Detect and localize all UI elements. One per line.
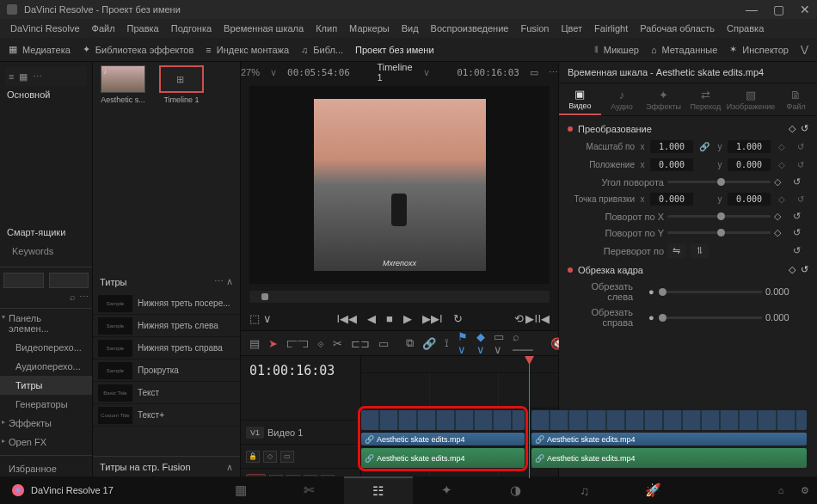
crop-left-input[interactable]: 0.000 bbox=[765, 286, 808, 297]
nav-panel-elements[interactable]: Панель элемен... bbox=[0, 309, 92, 338]
fusion-titles-header[interactable]: Титры на стр. Fusion∧ bbox=[93, 456, 240, 478]
reset-icon[interactable]: ↺ bbox=[793, 227, 808, 238]
page-fusion[interactable]: ✦ bbox=[413, 476, 482, 504]
flag-blue[interactable]: ⚑ ∨ bbox=[458, 330, 468, 356]
title-item[interactable]: SampleНижняя треть справа bbox=[93, 337, 240, 360]
keyframe-icon[interactable]: ◇ bbox=[774, 160, 789, 169]
reset-icon[interactable]: ↺ bbox=[793, 245, 808, 256]
zoom-slider[interactable]: ⌕ ━━━ bbox=[513, 330, 533, 356]
reset-icon[interactable]: ↺ bbox=[793, 176, 808, 187]
keyframe-icon[interactable]: ◇ bbox=[774, 142, 789, 151]
keyframe-icon[interactable]: ◇ bbox=[774, 194, 789, 204]
menu-clip[interactable]: Клип bbox=[310, 22, 342, 35]
viewer-tab[interactable]: Timeline 1 bbox=[377, 62, 412, 83]
keyframe-icon[interactable]: ◇ bbox=[774, 211, 789, 222]
anchor-x-input[interactable]: 0.000 bbox=[650, 193, 693, 206]
filter-icon[interactable]: ⋯ bbox=[79, 292, 89, 303]
overwrite-tool[interactable]: ▭ bbox=[378, 337, 389, 350]
viewer-more-icon[interactable]: ⋯ bbox=[549, 67, 558, 78]
menu-timeline[interactable]: Временная шкала bbox=[218, 22, 309, 35]
timeline-thumb[interactable]: ⊞ Timeline 1 bbox=[157, 65, 206, 104]
viewer-scrubber[interactable] bbox=[249, 291, 550, 303]
menu-fusion[interactable]: Fusion bbox=[515, 22, 554, 35]
out-point-button[interactable]: I◀ bbox=[538, 312, 550, 325]
menu-fairlight[interactable]: Fairlight bbox=[589, 22, 633, 35]
insert-tool[interactable]: ⊏⊐ bbox=[351, 337, 370, 350]
timeline-timecode[interactable]: 01:00:16:03 bbox=[241, 356, 360, 385]
inspector-tab-video[interactable]: ▣Видео bbox=[559, 83, 601, 115]
soundlib-toggle[interactable]: ♫Библ... bbox=[301, 45, 343, 55]
bin-name[interactable]: Основной bbox=[5, 86, 87, 103]
nav-effects[interactable]: Эффекты bbox=[0, 414, 92, 433]
timeline-view-icon[interactable]: ▤ bbox=[249, 337, 260, 350]
options-icon[interactable]: ⋯ bbox=[33, 71, 42, 83]
loop-button[interactable]: ↻ bbox=[453, 312, 463, 325]
rotation-slider[interactable] bbox=[667, 181, 771, 183]
keyframe-icon[interactable]: ◇ bbox=[774, 176, 789, 187]
viewer-canvas[interactable]: Mxrenoxx bbox=[249, 86, 550, 284]
crop-left-slider[interactable] bbox=[659, 291, 762, 293]
lock-icon[interactable]: 🔒 bbox=[246, 451, 260, 463]
viewer-zoom[interactable]: 27% bbox=[241, 67, 260, 77]
list-view-icon[interactable]: ≡ bbox=[9, 71, 14, 82]
blade-tool[interactable]: ✂ bbox=[333, 337, 342, 350]
page-color[interactable]: ◑ bbox=[482, 476, 550, 504]
inspector-tab-image[interactable]: ▧Изображение bbox=[727, 83, 776, 115]
in-point-button[interactable]: ▶I bbox=[525, 312, 538, 325]
video-clip-label[interactable]: 🔗Aesthetic skate edits.mp4 bbox=[361, 433, 525, 446]
flip-h-icon[interactable]: ⇋ bbox=[667, 243, 685, 258]
project-settings-button[interactable]: ⚙ bbox=[793, 485, 817, 496]
menu-playback[interactable]: Воспроизведение bbox=[426, 22, 514, 35]
title-item[interactable]: Basic TitleТекст bbox=[93, 382, 240, 404]
link-icon[interactable]: 🔗 bbox=[697, 142, 712, 151]
menu-color[interactable]: Цвет bbox=[556, 22, 587, 35]
close-button[interactable]: ✕ bbox=[800, 3, 810, 15]
smart-bins-header[interactable]: Смарт-ящики bbox=[5, 224, 87, 241]
nav-generators[interactable]: Генераторы bbox=[0, 395, 92, 414]
next-frame-button[interactable]: ▶▶I bbox=[422, 312, 443, 325]
nav-video-transitions[interactable]: Видеоперехо... bbox=[0, 338, 92, 357]
title-item[interactable]: SampleНижняя треть посере... bbox=[93, 292, 240, 315]
title-item[interactable]: Custom TitleТекст+ bbox=[93, 404, 240, 427]
play-button[interactable]: ▶ bbox=[403, 312, 412, 325]
search-icon[interactable]: ⌕ bbox=[70, 292, 76, 303]
scale-y-input[interactable]: 1.000 bbox=[728, 140, 771, 153]
link-toggle[interactable]: 🔗 bbox=[422, 337, 436, 350]
project-manager-button[interactable]: ⌂ bbox=[769, 485, 793, 495]
inspector-tab-transition[interactable]: ⇄Переход bbox=[685, 83, 727, 115]
editindex-toggle[interactable]: ≡Индекс монтажа bbox=[206, 45, 289, 55]
playhead[interactable] bbox=[529, 356, 530, 478]
reset-icon[interactable]: ↺ bbox=[793, 160, 808, 169]
rotx-slider[interactable] bbox=[667, 215, 771, 218]
page-fairlight[interactable]: ♫ bbox=[550, 476, 619, 504]
inspector-tab-audio[interactable]: ♪Аудио bbox=[601, 83, 643, 115]
keyframe-icon[interactable]: ◇ bbox=[774, 227, 789, 238]
video-clip-label[interactable]: 🔗Aesthetic skate edits.mp4 bbox=[531, 433, 807, 446]
inspector-tab-file[interactable]: 🗎Файл bbox=[775, 83, 817, 115]
viewer-opts-icon[interactable]: ▭ bbox=[530, 67, 538, 78]
menu-help[interactable]: Справка bbox=[722, 22, 769, 35]
crop-section-header[interactable]: Обрезка кадра◇↺ bbox=[559, 261, 817, 279]
video-clip[interactable] bbox=[531, 410, 807, 430]
inspector-tab-effects[interactable]: ✦Эффекты bbox=[642, 83, 685, 115]
menu-workspace[interactable]: Рабочая область bbox=[635, 22, 720, 35]
reset-icon[interactable]: ↺ bbox=[793, 194, 808, 204]
metadata-toggle[interactable]: ⌂Метаданные bbox=[651, 45, 717, 55]
menu-trim[interactable]: Подгонка bbox=[166, 22, 217, 35]
transform-section-header[interactable]: Преобразование◇↺ bbox=[559, 120, 817, 138]
nav-favorites[interactable]: Избранное bbox=[0, 459, 92, 478]
anchor-y-input[interactable]: 0.000 bbox=[728, 193, 771, 206]
dynamic-trim-tool[interactable]: ⟐ bbox=[317, 337, 324, 350]
scale-x-input[interactable]: 1.000 bbox=[650, 140, 693, 153]
menu-markers[interactable]: Маркеры bbox=[344, 22, 395, 35]
thumb-view-icon[interactable]: ▦ bbox=[19, 71, 28, 83]
menu-edit[interactable]: Правка bbox=[122, 22, 164, 35]
nav-titles[interactable]: Титры bbox=[0, 376, 92, 395]
auto-select-toggle[interactable]: ◇ bbox=[263, 451, 277, 463]
effects-toggle[interactable]: ✦Библиотека эффектов bbox=[83, 44, 194, 55]
expand-icon[interactable]: ⋁ bbox=[801, 44, 808, 55]
position-lock[interactable]: ⟟ bbox=[445, 336, 449, 350]
match-frame-button[interactable]: ⟲ bbox=[514, 312, 524, 325]
first-frame-button[interactable]: I◀◀ bbox=[336, 312, 357, 325]
selection-tool[interactable]: ➤ bbox=[268, 337, 278, 350]
